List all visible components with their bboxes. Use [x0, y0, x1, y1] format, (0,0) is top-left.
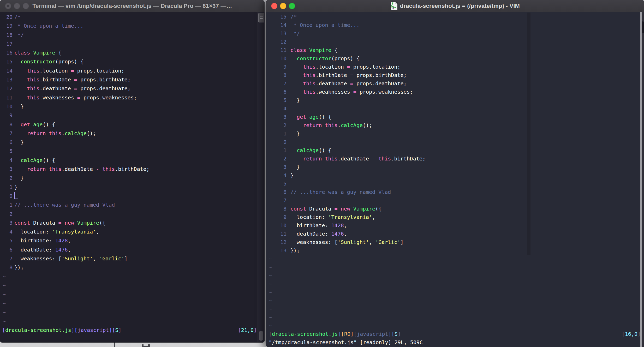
terminal-titlebar[interactable]: Terminal — vim /tmp/dracula-screenshot.j… [0, 0, 265, 12]
code-token: = [58, 220, 62, 226]
line-number: 4 [271, 171, 287, 180]
macvim-titlebar[interactable]: JS dracula-screenshot.js = (/private/tmp… [266, 0, 644, 12]
code-line: 15 constructor(props) { [0, 57, 258, 66]
code-token: Vampire [77, 220, 99, 226]
line-number: 7 [271, 79, 287, 88]
vim-text-area[interactable]: 20/*19 * Once upon a time...18 */1716cla… [0, 13, 258, 342]
vim-statusline: [dracula-screenshot.js][javascript][S][2… [0, 326, 258, 334]
code-token [14, 58, 21, 65]
code-line: 4 calcAge() { [0, 156, 258, 165]
code-token: this [303, 80, 315, 87]
code-token: return [27, 130, 46, 136]
code-line: 10 constructor(props) { [266, 54, 644, 63]
code-token [14, 85, 27, 92]
code-line: 3 return this.deathDate - this.birthDate… [0, 165, 258, 174]
code-token: ][ [388, 331, 395, 337]
code-line: 4 [266, 104, 644, 113]
code-token: () { [43, 157, 55, 163]
code-token: calcAge [341, 122, 363, 128]
code-token [14, 121, 21, 128]
code-token: weaknesses: [ [290, 239, 338, 245]
code-token: this [102, 166, 115, 172]
close-button[interactable] [5, 3, 11, 9]
line-number: 3 [2, 218, 13, 227]
line-number: 6 [271, 88, 287, 96]
line-number: 10 [271, 54, 287, 63]
code-line: 6// ...there was a guy named Vlad [266, 188, 644, 196]
terminal-scrollbar[interactable] [258, 12, 265, 342]
code-line: 2 return this.calcAge(); [266, 121, 644, 129]
split-pane-icon[interactable] [258, 13, 264, 22]
code-token: = [350, 72, 353, 78]
code-token: this [49, 166, 61, 172]
code-token [14, 166, 27, 172]
line-number: 0 [271, 138, 287, 146]
code-token: javascript [357, 331, 388, 337]
code-token: /* [290, 14, 297, 20]
code-token: }); [290, 247, 300, 254]
window-title: Terminal — vim /tmp/dracula-screenshot.j… [32, 3, 232, 9]
zoom-button[interactable] [23, 3, 29, 9]
vim-ruler: [21,0] [238, 326, 257, 334]
line-number: 2 [2, 210, 13, 218]
line-number: 4 [2, 227, 13, 236]
vim-command-line: "/tmp/dracula-screenshot.js" [readonly] … [266, 338, 644, 346]
line-number: 7 [2, 254, 13, 263]
code-token: { [331, 47, 338, 53]
code-token: javascript [77, 327, 109, 333]
line-number: 5 [2, 147, 13, 155]
minimize-button[interactable] [280, 3, 286, 9]
code-line: 10 birthDate: 1428, [266, 221, 644, 230]
code-line: 20/* [0, 13, 258, 21]
zoom-button[interactable] [289, 3, 295, 9]
code-token: class [290, 47, 306, 53]
code-token: } [290, 97, 300, 103]
line-number: 8 [2, 120, 13, 129]
code-token: (); [87, 130, 96, 136]
code-line: 13 */ [266, 29, 644, 38]
line-number: 2 [2, 174, 13, 182]
code-token: */ [14, 32, 24, 38]
scrollbar-thumb[interactable] [259, 331, 263, 341]
code-line: 19 * Once upon a time... [0, 21, 258, 30]
line-number: 0 [2, 192, 13, 200]
code-token [350, 206, 353, 212]
background-window-divider [114, 342, 115, 347]
code-token: .birthDate [315, 72, 350, 78]
code-token: birthDate: [290, 222, 331, 229]
minimize-button[interactable] [14, 3, 20, 9]
code-token: [ [2, 327, 5, 333]
tilde-marker: ~ [2, 317, 6, 326]
code-line: 3const Dracula = new Vampire({ [0, 218, 258, 227]
tilde-marker: ~ [269, 280, 272, 288]
code-line: 6 } [0, 138, 258, 147]
code-line: 12 this.deathDate = props.deathDate; [0, 84, 258, 93]
code-token [290, 64, 303, 70]
code-token [46, 130, 49, 136]
code-token: = [74, 76, 77, 83]
code-line: 10 } [0, 102, 258, 111]
code-token: ] [398, 331, 401, 337]
code-token: .deathDate [315, 80, 350, 87]
close-button[interactable] [271, 3, 277, 9]
code-line: 0 [266, 138, 644, 146]
code-line: 3 } [266, 163, 644, 171]
code-token: 1428 [55, 237, 68, 244]
code-token: this [27, 76, 39, 83]
tilde-line: ~ [266, 313, 644, 321]
js-file-icon[interactable]: JS [391, 2, 397, 10]
line-number: 12 [2, 84, 13, 93]
code-token: get [21, 121, 30, 128]
code-token: * Once upon a time... [290, 22, 360, 28]
code-line: 2 [0, 210, 258, 218]
code-line: 13 this.birthDate = props.birthDate; [0, 75, 258, 84]
tilde-marker: ~ [2, 290, 6, 299]
code-token: .birthDate; [115, 166, 149, 172]
code-token: const [290, 206, 306, 212]
code-token: this [303, 72, 315, 78]
code-token: calcAge [297, 147, 319, 153]
code-token: props.weaknesses; [80, 94, 137, 101]
code-line: 7 weaknesses: ['Sunlight', 'Garlic'] [0, 254, 258, 263]
vim-text-area[interactable]: 15/*14 * Once upon a time...13 */1211cla… [266, 13, 644, 347]
code-token: Vampire [309, 47, 331, 53]
